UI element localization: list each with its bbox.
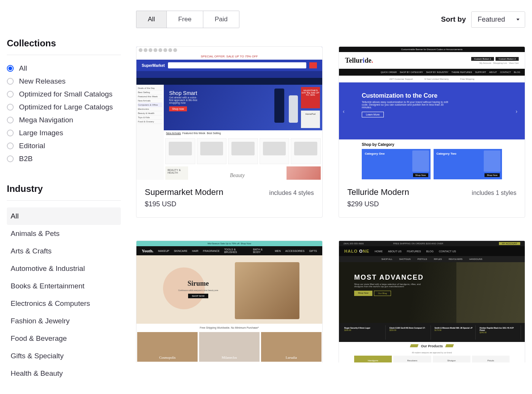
theme-styles-count: includes 4 styles: [269, 190, 314, 196]
sort-selected-value: Featured: [478, 16, 505, 24]
theme-thumbnail: Customizable Banner for Discount Codes o…: [339, 47, 525, 180]
preview-promo: SPECIAL OFFER: SALE UP TO 75% OFF: [136, 54, 322, 60]
tab-all[interactable]: All: [136, 11, 167, 28]
theme-card-halo-one[interactable]: (964) 203-555-0666FREE SHIPPING ON ORDER…: [339, 241, 525, 362]
collection-label: All: [19, 64, 27, 73]
collections-list: All New Releases Optimized for Small Cat…: [7, 62, 121, 165]
theme-card-meta: Supermarket Modern includes 4 styles $19…: [136, 180, 322, 217]
theme-card-meta: Telluride Modern includes 1 styles $299 …: [339, 180, 525, 217]
preview-hero-title: Customization to the Core: [362, 92, 502, 99]
preview-topbar: Customizable Banner for Discount Codes o…: [339, 47, 525, 52]
theme-styles-count: includes 1 styles: [472, 190, 516, 196]
preview-shipping: Free Shipping Worldwide. No Minimum Purc…: [136, 324, 322, 332]
preview-logo: HALO ONE: [344, 249, 369, 253]
sort-control: Sort by Featured: [441, 11, 526, 28]
sidebar: Collections All New Releases Optimized f…: [7, 0, 121, 382]
chevron-down-icon: [516, 19, 519, 21]
industry-item-health-beauty[interactable]: Health & Beauty: [7, 365, 121, 382]
preview-shop-by: Shop by Category: [339, 139, 525, 147]
theme-thumbnail: Mid-Season Sale Up to 70% off. Shop Now …: [136, 241, 322, 362]
radio-icon: [7, 78, 14, 85]
theme-card-youth[interactable]: Mid-Season Sale Up to 70% off. Shop Now …: [136, 241, 323, 362]
theme-name: Telluride Modern: [347, 187, 409, 197]
preview-learn-more: Learn More: [362, 112, 384, 117]
tab-free[interactable]: Free: [167, 11, 203, 28]
price-filter-tabs: All Free Paid: [136, 11, 239, 28]
preview-homepod: HomePod: [301, 111, 320, 128]
divider: [7, 55, 121, 55]
collection-option-new-releases[interactable]: New Releases: [7, 75, 121, 88]
preview-our-products: Our Products: [339, 342, 525, 350]
industry-title: Industry: [7, 184, 121, 194]
industry-item-fashion-jewelry[interactable]: Fashion & Jewelry: [7, 312, 121, 330]
preview-hero-sub: Shop our store filled with a large selec…: [354, 283, 430, 288]
preview-logo: Telluride.: [345, 57, 373, 65]
collection-option-large-catalogs[interactable]: Optimized for Large Catalogs: [7, 101, 121, 114]
collection-label: Editorial: [19, 142, 45, 150]
radio-icon: [7, 104, 14, 111]
collection-label: Mega Navigation: [19, 116, 73, 124]
industry-item-food-beverage[interactable]: Food & Beverage: [7, 330, 121, 347]
preview-hero-sub: Get ahead with a voice-first approach & …: [169, 96, 200, 104]
preview-hero-title: Sirume: [178, 280, 218, 288]
theme-name: Supermarket Modern: [145, 187, 223, 197]
theme-card-supermarket-modern[interactable]: SPECIAL OFFER: SALE UP TO 75% OFF SuperM…: [136, 46, 323, 218]
industry-item-automotive-industrial[interactable]: Automotive & Industrial: [7, 260, 121, 277]
collection-option-large-images[interactable]: Large Images: [7, 127, 121, 139]
sort-label: Sort by: [441, 15, 466, 24]
main-content: All Free Paid Sort by Featured SPECIAL O…: [136, 0, 525, 382]
theme-grid: SPECIAL OFFER: SALE UP TO 75% OFF SuperM…: [136, 46, 525, 362]
preview-shop-now: Shop now: [169, 106, 187, 111]
collection-label: Optimized for Large Catalogs: [19, 103, 113, 111]
preview-logo: Youth.: [142, 248, 154, 253]
radio-icon: [7, 117, 14, 123]
industry-item-electronics-computers[interactable]: Electronics & Computers: [7, 295, 121, 312]
collection-option-all[interactable]: All: [7, 62, 121, 75]
preview-topbar: Mid-Season Sale Up to 70% off. Shop Now: [136, 241, 322, 246]
collection-option-editorial[interactable]: Editorial: [7, 139, 121, 152]
theme-thumbnail: SPECIAL OFFER: SALE UP TO 75% OFF SuperM…: [136, 47, 322, 180]
preview-sale-badge: VALENTINE'S DAY Big Sale UP TO -50%: [301, 87, 320, 108]
industry-item-animals-pets[interactable]: Animals & Pets: [7, 225, 121, 242]
collections-title: Collections: [7, 38, 121, 49]
theme-price: $299 USD: [347, 200, 516, 208]
top-bar: All Free Paid Sort by Featured: [136, 11, 525, 28]
sort-dropdown[interactable]: Featured: [471, 11, 525, 28]
collection-option-mega-navigation[interactable]: Mega Navigation: [7, 114, 121, 127]
divider: [7, 200, 121, 201]
industry-item-arts-crafts[interactable]: Arts & Crafts: [7, 242, 121, 260]
preview-brand: SuperMarket: [142, 63, 165, 68]
industry-list: All Animals & Pets Arts & Crafts Automot…: [7, 207, 121, 382]
radio-icon: [7, 91, 14, 98]
radio-icon: [7, 65, 14, 72]
collection-label: New Releases: [19, 77, 66, 85]
theme-card-telluride-modern[interactable]: Customizable Banner for Discount Codes o…: [339, 46, 525, 218]
industry-item-gifts-specialty[interactable]: Gifts & Specialty: [7, 347, 121, 365]
tab-paid[interactable]: Paid: [203, 11, 239, 28]
radio-icon: [7, 155, 14, 162]
collection-option-b2b[interactable]: B2B: [7, 152, 121, 165]
industry-item-books-entertainment[interactable]: Books & Entertainment: [7, 277, 121, 295]
preview-hero-sub: Telluride allows easy customization to f…: [362, 101, 449, 109]
collection-label: Large Images: [19, 129, 63, 137]
theme-price: $195 USD: [145, 200, 314, 208]
collection-label: B2B: [19, 155, 33, 163]
collection-label: Optimized for Small Catalogs: [19, 90, 112, 98]
radio-icon: [7, 130, 14, 136]
industry-item-all[interactable]: All: [7, 207, 121, 225]
preview-shop-now: SHOP NOW: [188, 294, 208, 298]
radio-icon: [7, 142, 14, 149]
collection-option-small-catalogs[interactable]: Optimized for Small Catalogs: [7, 88, 121, 101]
theme-thumbnail: (964) 203-555-0666FREE SHIPPING ON ORDER…: [339, 241, 525, 362]
